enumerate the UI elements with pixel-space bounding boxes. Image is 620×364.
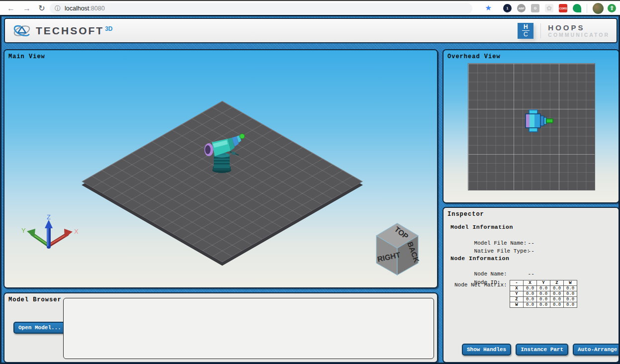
instance-part-button[interactable]: Instance Part <box>516 344 568 356</box>
cors-extension-icon[interactable]: CORS <box>559 4 567 12</box>
view-cube[interactable]: TOP RIGHT BACK <box>370 219 425 278</box>
hoops-badge-icon: H C <box>518 23 533 39</box>
techsoft-logo: TECHSOFT3D <box>12 21 113 41</box>
hoops-title: HOOPS <box>548 23 610 32</box>
show-handles-button[interactable]: Show Handles <box>462 344 511 356</box>
brand-3d: 3D <box>105 25 112 32</box>
arrow-up-extension-icon[interactable]: ⇧ <box>608 4 616 12</box>
hoops-subtitle: COMMUNICATOR <box>548 32 610 38</box>
techsoft-swirl-icon <box>12 21 32 41</box>
axis-x-label: X <box>74 228 79 235</box>
main-view-title: Main View <box>8 53 45 60</box>
brand-soft: SOFT <box>70 25 104 36</box>
app-page: TECHSOFT3D H C HOOPS COMMUNICATOR Main V… <box>0 15 620 364</box>
address-bar[interactable]: ⓘ localhost:8080 <box>50 3 472 14</box>
auto-arrange-button[interactable]: Auto-Arrange <box>573 344 620 356</box>
url-host: localhost <box>65 5 89 12</box>
open-model-button[interactable]: Open Model... <box>13 322 66 334</box>
url-port: :8080 <box>89 5 104 12</box>
node-information-heading: Node Information <box>450 255 509 262</box>
hoops-logo: H C HOOPS COMMUNICATOR <box>518 23 610 39</box>
hoops-divider <box>540 23 541 38</box>
model-browser-title: Model Browser <box>8 296 62 303</box>
browser-chrome: ← → ↻ ⓘ localhost:8080 ★ 1 ABP G ✿ CORS … <box>0 0 620 15</box>
g-extension-icon[interactable]: G <box>531 4 539 12</box>
forward-icon[interactable]: → <box>21 2 33 14</box>
overhead-view-title: Overhead View <box>447 53 501 60</box>
model-tree-area[interactable] <box>63 298 434 359</box>
toolbar-divider <box>587 4 587 13</box>
main-3d-model[interactable] <box>199 129 254 174</box>
overhead-3d-model <box>523 109 554 133</box>
node-net-matrix-table: - X Y Z W X 0.0 0.0 0.0 0.0 Y 0.0 0.0 0.… <box>510 280 577 308</box>
app-header: TECHSOFT3D H C HOOPS COMMUNICATOR <box>4 18 618 43</box>
overhead-viewport[interactable]: Overhead View <box>443 49 620 203</box>
axis-z-label: Z <box>47 214 51 221</box>
node-net-matrix-label: Node Net Matrix: <box>454 282 507 288</box>
adblock-icon[interactable]: ABP <box>517 4 526 12</box>
ground-plane-grid <box>82 101 363 262</box>
pinwheel-extension-icon[interactable]: ✿ <box>545 4 553 12</box>
axis-y-label: Y <box>21 227 26 234</box>
model-information-heading: Model Information <box>450 224 513 230</box>
axis-triad: Z Y X <box>17 214 82 259</box>
hangouts-icon[interactable] <box>573 4 581 12</box>
inspector-title: Inspector <box>447 211 484 218</box>
back-icon[interactable]: ← <box>5 2 17 14</box>
main-viewport[interactable]: Main View <box>3 49 438 288</box>
bookmark-star-icon[interactable]: ★ <box>485 3 492 12</box>
extension-badge-1[interactable]: 1 <box>503 4 512 12</box>
site-info-icon[interactable]: ⓘ <box>55 4 61 13</box>
brand-tech: TECH <box>36 25 70 36</box>
refresh-icon[interactable]: ↻ <box>36 2 48 14</box>
profile-avatar[interactable] <box>593 3 604 14</box>
native-file-type-value: -- <box>528 248 534 254</box>
inspector-panel: Inspector Model Information Model File N… <box>443 207 620 363</box>
model-browser-panel: Model Browser Open Model... <box>3 292 438 363</box>
